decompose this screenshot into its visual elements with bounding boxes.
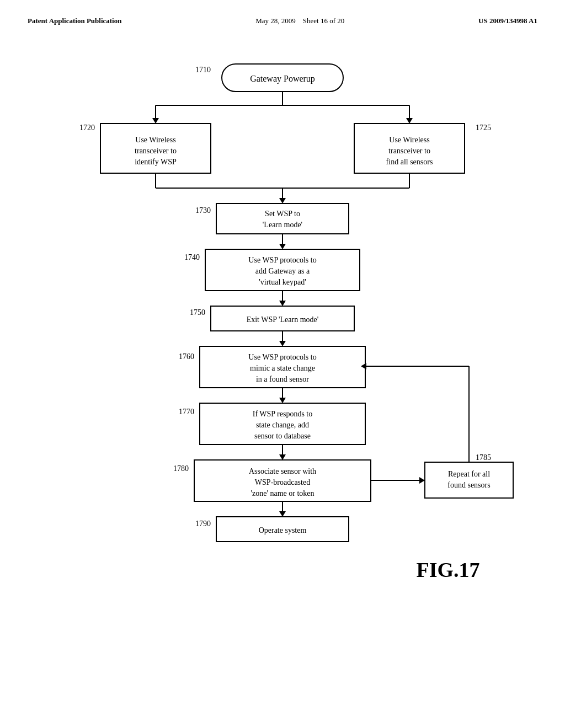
svg-text:'zone' name or token: 'zone' name or token — [250, 489, 314, 497]
svg-text:1770: 1770 — [179, 408, 194, 416]
diagram-svg: Gateway Powerup 1710 Use Wireless transc… — [34, 47, 531, 709]
svg-text:Exit WSP 'Learn mode': Exit WSP 'Learn mode' — [247, 315, 319, 324]
svg-text:sensor to database: sensor to database — [254, 432, 311, 440]
svg-text:1760: 1760 — [179, 352, 194, 361]
svg-text:transceiver to: transceiver to — [135, 147, 177, 155]
svg-marker-29 — [279, 244, 286, 249]
svg-marker-6 — [152, 118, 159, 124]
svg-text:Repeat for all: Repeat for all — [448, 470, 490, 478]
header-sheet: Sheet 16 of 20 — [303, 17, 344, 25]
page: Patent Application Publication May 28, 2… — [0, 0, 565, 728]
svg-text:state change, add: state change, add — [256, 421, 309, 429]
header-center: May 28, 2009 Sheet 16 of 20 — [255, 17, 344, 25]
svg-text:1720: 1720 — [79, 124, 95, 132]
header-left: Patent Application Publication — [28, 17, 121, 25]
svg-text:Use Wireless: Use Wireless — [389, 136, 429, 144]
svg-text:find all sensors: find all sensors — [386, 158, 433, 166]
svg-text:Use WSP protocols to: Use WSP protocols to — [248, 256, 316, 264]
svg-text:'virtual keypad': 'virtual keypad' — [259, 278, 306, 286]
svg-marker-48 — [279, 398, 286, 403]
svg-text:1740: 1740 — [184, 253, 200, 261]
svg-text:WSP-broadcasted: WSP-broadcasted — [255, 478, 310, 486]
svg-text:1785: 1785 — [476, 453, 491, 462]
svg-text:mimic a state change: mimic a state change — [250, 364, 315, 372]
svg-marker-23 — [279, 198, 286, 204]
svg-text:Associate sensor with: Associate sensor with — [249, 467, 316, 475]
svg-text:Use WSP protocols to: Use WSP protocols to — [248, 353, 316, 361]
svg-text:Gateway Powerup: Gateway Powerup — [250, 74, 315, 84]
svg-text:1725: 1725 — [476, 124, 491, 132]
svg-marker-8 — [406, 118, 413, 124]
svg-text:If WSP responds to: If WSP responds to — [253, 410, 313, 418]
svg-text:1710: 1710 — [195, 66, 211, 74]
svg-text:transceiver to: transceiver to — [388, 147, 430, 155]
svg-marker-71 — [279, 511, 286, 517]
svg-text:1750: 1750 — [190, 308, 205, 317]
svg-text:add Gateway as a: add Gateway as a — [255, 267, 310, 275]
svg-marker-62 — [419, 477, 425, 484]
svg-marker-41 — [279, 341, 286, 346]
svg-rect-63 — [425, 462, 513, 498]
svg-marker-36 — [279, 301, 286, 306]
diagram-container: Gateway Powerup 1710 Use Wireless transc… — [34, 47, 531, 711]
header-date: May 28, 2009 — [255, 17, 296, 25]
svg-text:1790: 1790 — [195, 520, 211, 528]
svg-rect-24 — [216, 204, 349, 234]
svg-text:FIG.17: FIG.17 — [416, 558, 479, 581]
svg-text:found sensors: found sensors — [447, 481, 490, 489]
page-header: Patent Application Publication May 28, 2… — [28, 17, 537, 25]
svg-text:1730: 1730 — [195, 206, 211, 215]
svg-text:in a found sensor: in a found sensor — [256, 375, 309, 383]
header-right: US 2009/134998 A1 — [478, 17, 537, 25]
svg-text:1780: 1780 — [173, 464, 189, 473]
svg-text:Set WSP to: Set WSP to — [265, 210, 300, 218]
svg-marker-55 — [279, 454, 286, 460]
svg-text:'Learn mode': 'Learn mode' — [263, 221, 302, 229]
svg-text:Use Wireless: Use Wireless — [135, 136, 175, 144]
svg-text:Operate system: Operate system — [259, 526, 307, 534]
svg-text:identify WSP: identify WSP — [135, 158, 177, 166]
